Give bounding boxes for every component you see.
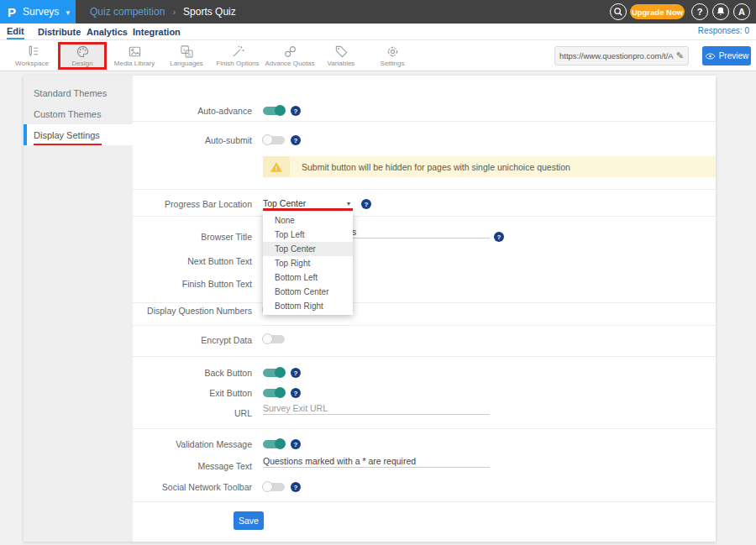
translate-icon: xA [180,45,194,59]
toolbar-design-button[interactable]: Design [58,42,107,70]
help-button[interactable]: ? [691,3,708,20]
divider [133,356,716,357]
top-bar: P Surveys ▾ Quiz competition › Sports Qu… [0,0,756,24]
toggle-knob [262,481,273,492]
toggle-knob [262,333,273,344]
menu-option-top-center[interactable]: Top Center [263,242,353,256]
exit-url-label: URL [133,408,252,418]
chevron-down-icon: ▾ [347,200,350,207]
menu-option-bottom-left[interactable]: Bottom Left [263,270,353,285]
account-avatar[interactable]: A [733,3,750,20]
workspace-icon [25,45,39,59]
save-button[interactable]: Save [234,511,264,530]
social-network-toolbar-help-icon[interactable]: ? [291,482,301,492]
svg-text:!: ! [276,165,277,170]
svg-text:A: A [187,52,191,57]
browser-title-label: Browser Title [133,232,252,242]
finish-button-text-label: Finish Button Text [133,279,252,289]
notifications-button[interactable] [712,3,729,20]
sidebar-item-display-settings[interactable]: Display Settings [24,124,133,145]
edit-toolbar: Workspace Design Media Library xA Langua… [0,40,756,71]
survey-nav-bar: Edit Distribute Analytics Integration Re… [0,24,756,40]
toggle-knob [275,387,286,398]
sidebar-item-standard-themes[interactable]: Standard Themes [24,82,133,103]
progress-bar-help-icon[interactable]: ? [361,199,371,209]
toolbar-workspace-button[interactable]: Workspace [8,42,56,70]
exit-url-placeholder: Survey Exit URL [263,403,328,413]
brand-surveys-menu[interactable]: P Surveys ▾ [0,0,76,24]
chevron-down-icon: ▾ [66,8,70,17]
menu-option-bottom-center[interactable]: Bottom Center [263,285,353,299]
chain-links-icon [283,45,297,59]
toolbar-item-label: Variables [328,60,355,67]
browser-title-help-icon[interactable]: ? [494,232,504,242]
divider [133,428,716,429]
product-name: Surveys [23,6,59,18]
themes-sidebar: Standard Themes Custom Themes Display Se… [24,76,133,542]
divider [133,189,716,190]
exit-button-label: Exit Button [133,388,252,398]
encrypt-data-toggle[interactable] [263,335,285,343]
toolbar-settings-button[interactable]: Settings [368,42,417,70]
toolbar-languages-button[interactable]: xA Languages [162,42,211,70]
menu-option-bottom-right[interactable]: Bottom Right [263,299,353,313]
warning-text: Submit button will be hidden for pages w… [290,162,570,172]
toolbar-variables-button[interactable]: Variables [317,42,365,70]
tab-edit[interactable]: Edit [7,24,24,39]
validation-message-toggle[interactable] [263,440,285,448]
tab-integration[interactable]: Integration [133,24,181,39]
sidebar-item-custom-themes[interactable]: Custom Themes [24,103,133,124]
breadcrumb-folder[interactable]: Quiz competition [90,6,165,18]
magic-wand-icon [231,45,245,59]
edit-url-pencil-icon[interactable]: ✎ [676,50,684,61]
design-settings-panel: Standard Themes Custom Themes Display Se… [24,76,716,542]
toolbar-media-library-button[interactable]: Media Library [110,42,159,70]
exit-button-help-icon[interactable]: ? [291,388,301,398]
progress-bar-location-label: Progress Bar Location [133,199,252,209]
warning-triangle-icon: ! [270,161,283,173]
encrypt-data-label: Encrypt Data [133,335,252,345]
questionpro-logo-icon: P [8,5,16,19]
auto-advance-help-icon[interactable]: ? [291,106,301,116]
validation-message-help-icon[interactable]: ? [291,439,301,449]
divider [133,121,716,122]
responses-count[interactable]: Responses: 0 [698,26,749,35]
progress-bar-location-menu: None Top Left Top Center Top Right Botto… [263,212,353,315]
toolbar-item-label: Finish Options [216,60,259,67]
auto-advance-toggle[interactable] [263,107,285,115]
divider [133,325,716,326]
menu-option-top-right[interactable]: Top Right [263,256,353,270]
toggle-knob [262,134,273,145]
survey-url-field[interactable]: https://www.questionpro.com/t/APNrFZ ✎ [554,46,689,66]
message-text-input[interactable]: Questions marked with a * are required [263,454,490,468]
toolbar-finish-options-button[interactable]: Finish Options [213,42,262,70]
survey-url-value: https://www.questionpro.com/t/APNrFZ [559,51,674,60]
question-icon: ? [697,7,703,17]
avatar-initial: A [738,7,745,17]
progress-bar-location-value: Top Center [263,198,306,208]
menu-option-none[interactable]: None [263,213,353,228]
auto-submit-help-icon[interactable]: ? [291,135,301,145]
warning-strip: ! [263,156,290,177]
toolbar-advance-quotas-button[interactable]: Advance Quotas [265,42,314,70]
menu-option-top-left[interactable]: Top Left [263,228,353,242]
annotation-underline-top-center [263,208,353,211]
social-network-toolbar-toggle[interactable] [263,483,285,491]
breadcrumb: Quiz competition › Sports Quiz [90,0,236,24]
auto-submit-toggle[interactable] [263,136,285,144]
upgrade-now-button[interactable]: Upgrade Now [630,4,685,19]
auto-advance-label: Auto-advance [133,106,252,116]
toolbar-item-label: Languages [170,60,203,67]
tab-distribute[interactable]: Distribute [38,24,81,39]
exit-button-toggle[interactable] [263,389,285,397]
exit-url-input[interactable]: Survey Exit URL [263,401,490,415]
divider [133,216,716,217]
search-button[interactable] [610,3,627,20]
toggle-knob [275,438,286,449]
back-button-help-icon[interactable]: ? [291,368,301,378]
back-button-toggle[interactable] [263,369,285,377]
preview-button[interactable]: Preview [702,46,751,66]
tag-icon [334,45,349,59]
tab-analytics[interactable]: Analytics [87,24,128,39]
gear-icon [386,45,400,59]
